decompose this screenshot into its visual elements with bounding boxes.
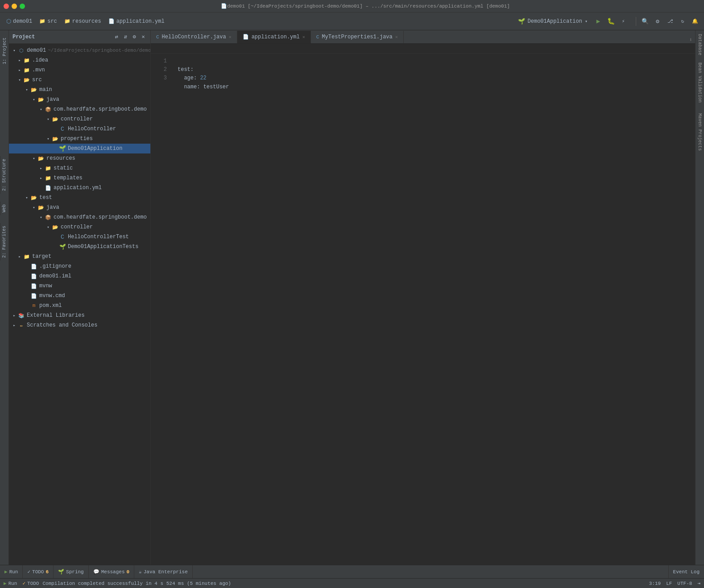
web-tab[interactable]: Web: [0, 202, 8, 215]
tree-path-demo01: ~/IdeaProjects/springboot-demo/demo01: [48, 48, 150, 53]
tree-item-hello-controller-test[interactable]: C HelloControllerTest: [9, 232, 150, 242]
tree-item-java[interactable]: ▾ 📂 java: [9, 95, 150, 104]
tree-item-test-controller[interactable]: ▾ 📂 controller: [9, 222, 150, 232]
tree-item-hello-controller[interactable]: C HelloController: [9, 124, 150, 134]
line-ending[interactable]: LF: [666, 581, 672, 586]
traffic-lights: [4, 4, 25, 9]
bottom-tab-todo[interactable]: ✓ TODO 6: [23, 565, 54, 578]
tab-mytest-close[interactable]: ✕: [395, 34, 398, 40]
tree-item-com[interactable]: ▾ 📦 com.heardfate.springboot.demo: [9, 104, 150, 114]
tree-item-appyml[interactable]: 📄 application.yml: [9, 183, 150, 193]
tree-item-gitignore[interactable]: 📄 .gitignore: [9, 261, 150, 271]
tree-item-resources[interactable]: ▾ 📂 resources: [9, 153, 150, 163]
tree-label-com: com.heardfate.springboot.demo: [54, 106, 147, 112]
fold-markers: [169, 54, 174, 565]
search-everywhere[interactable]: 🔍: [640, 16, 650, 27]
tree-item-demo01app[interactable]: 🌱 Demo01Application: [9, 144, 150, 153]
todo-tab-icon: ✓: [27, 569, 30, 575]
debug-button[interactable]: 🐛: [605, 16, 616, 27]
right-sidebar-bean-validation[interactable]: Bean Validation: [696, 59, 703, 106]
test-com-icon: 📦: [45, 214, 52, 221]
arrow-demo01: ▾: [11, 47, 18, 54]
settings-button[interactable]: ⚙: [652, 16, 663, 27]
tab-application-yml[interactable]: 📄 application.yml ✕: [237, 31, 311, 43]
todo-tab-count: 6: [46, 569, 49, 575]
structure-tab[interactable]: 2: Structure: [0, 156, 8, 194]
editor-content[interactable]: 1 2 3 test: age: 22 name: testUser: [151, 54, 695, 565]
toolbar-src[interactable]: 📁 src: [37, 17, 60, 25]
tree-item-test[interactable]: ▾ 📂 test: [9, 193, 150, 203]
editor-scrollbar[interactable]: [692, 54, 695, 565]
tree-label-gitignore: .gitignore: [39, 263, 71, 269]
tree-item-external-libs[interactable]: ▸ 📚 External Libraries: [9, 311, 150, 320]
tab-hello-controller-close[interactable]: ✕: [229, 34, 232, 40]
update-button[interactable]: ↻: [677, 16, 688, 27]
tree-label-pomxml: pom.xml: [39, 302, 62, 309]
tree-item-idea[interactable]: ▸ 📁 .idea: [9, 55, 150, 65]
panel-header-icons: ⇄ ⇵ ⚙ ✕: [113, 33, 147, 41]
bottom-tab-event-log[interactable]: Event Log: [668, 565, 704, 578]
tree-item-static[interactable]: ▸ 📁 static: [9, 163, 150, 173]
main-folder-icon: 📂: [30, 86, 37, 93]
tree-label-src: src: [32, 77, 42, 83]
panel-close-icon[interactable]: ✕: [140, 33, 147, 41]
notification-button[interactable]: 🔔: [690, 16, 700, 27]
maximize-button[interactable]: [20, 4, 25, 9]
bottom-tab-spring[interactable]: 🌱 Spring: [54, 565, 89, 578]
bottom-tab-messages[interactable]: 💬 Messages 0: [89, 565, 134, 578]
tab-hello-controller-label: HelloController.java: [162, 34, 226, 40]
run-config-dropdown[interactable]: 🌱 Demo01Application ▾: [514, 16, 591, 27]
code-editor[interactable]: test: age: 22 name: testUser: [174, 54, 692, 565]
indent-type[interactable]: ⇥: [697, 580, 700, 586]
tree-item-mvn[interactable]: ▸ 📁 .mvn: [9, 65, 150, 75]
project-tab-vertical[interactable]: 1: Project: [1, 34, 8, 68]
run-with-coverage[interactable]: ⚡: [618, 16, 629, 27]
tree-item-controller[interactable]: ▾ 📂 controller: [9, 114, 150, 124]
tree-item-src[interactable]: ▾ 📂 src: [9, 75, 150, 85]
src-folder-icon: 📂: [23, 76, 30, 83]
tree-item-mvnw[interactable]: 📄 mvnw: [9, 281, 150, 291]
tree-item-test-com[interactable]: ▾ 📦 com.heardfate.springboot.demo: [9, 212, 150, 222]
tree-item-templates[interactable]: ▸ 📁 templates: [9, 173, 150, 183]
tree-item-scratches[interactable]: ▸ ✏ Scratches and Consoles: [9, 320, 150, 330]
right-sidebar-database[interactable]: Database: [696, 30, 703, 59]
tab-hello-controller[interactable]: C HelloController.java ✕: [151, 31, 237, 43]
bottom-tab-run[interactable]: ▶ Run: [0, 565, 23, 578]
tree-item-properties[interactable]: ▾ 📂 properties: [9, 134, 150, 144]
close-button[interactable]: [4, 4, 9, 9]
cursor-position[interactable]: 3:19: [649, 581, 661, 586]
tab-appyml-close[interactable]: ✕: [302, 34, 305, 40]
panel-settings-icon[interactable]: ⚙: [131, 33, 138, 41]
toolbar-file[interactable]: 📄 application.yml: [106, 17, 167, 25]
arrow-demo01iml: [23, 273, 30, 280]
tree-item-demo01-app-tests[interactable]: 🌱 Demo01ApplicationTests: [9, 242, 150, 252]
tree-item-test-java[interactable]: ▾ 📂 java: [9, 203, 150, 212]
encoding[interactable]: UTF-8: [677, 581, 692, 586]
toolbar-project[interactable]: ⬡ demo01: [4, 17, 35, 26]
panel-expand-icon[interactable]: ⇵: [122, 33, 129, 41]
panel-sync-icon[interactable]: ⇄: [113, 33, 120, 41]
vcs-button[interactable]: ⎇: [665, 16, 675, 27]
messages-tab-icon: 💬: [93, 569, 99, 575]
status-todo-icon: ✓: [22, 580, 25, 586]
toolbar-resources[interactable]: 📁 resources: [62, 17, 104, 25]
tree-item-main[interactable]: ▾ 📂 main: [9, 85, 150, 95]
minimize-button[interactable]: [12, 4, 17, 9]
arrow-test-controller: ▾: [45, 224, 52, 231]
tree-label-templates: templates: [54, 175, 83, 181]
gitignore-icon: 📄: [30, 263, 37, 270]
run-button[interactable]: ▶: [593, 16, 604, 27]
arrow-demo01-tests: [52, 243, 59, 250]
tree-item-demo01iml[interactable]: 📄 demo01.iml: [9, 271, 150, 281]
favorites-tab[interactable]: 2: Favorites: [0, 223, 8, 261]
external-libs-icon: 📚: [18, 312, 25, 319]
tree-item-target[interactable]: ▸ 📁 target: [9, 252, 150, 261]
bottom-tab-java-enterprise[interactable]: ☕ Java Enterprise: [134, 565, 193, 578]
project-tree[interactable]: ▾ ⬡ demo01 ~/IdeaProjects/springboot-dem…: [9, 44, 150, 565]
arrow-mvnw: [23, 282, 30, 290]
right-sidebar-maven[interactable]: Maven Projects: [696, 110, 703, 154]
tree-item-mvnwcmd[interactable]: 📄 mvnw.cmd: [9, 291, 150, 301]
tree-item-pomxml[interactable]: m pom.xml: [9, 301, 150, 311]
tab-mytest[interactable]: C MyTestProperties1.java ✕: [311, 31, 404, 43]
tree-item-demo01[interactable]: ▾ ⬡ demo01 ~/IdeaProjects/springboot-dem…: [9, 46, 150, 55]
